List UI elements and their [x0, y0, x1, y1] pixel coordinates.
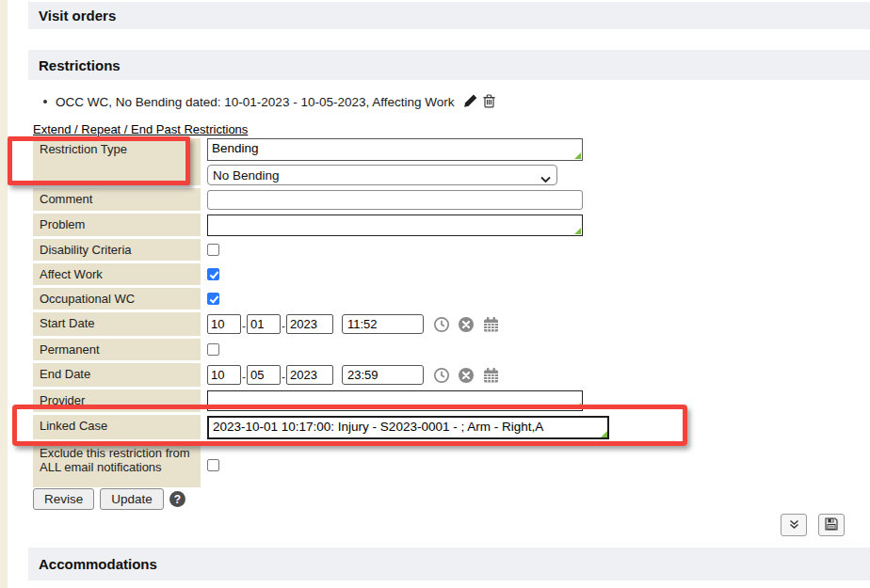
question-circle-icon[interactable]: ?	[169, 491, 185, 507]
restriction-list-item: OCC WC, No Bending dated: 10-01-2023 - 1…	[43, 92, 498, 111]
bullet-dot	[43, 100, 47, 103]
page-left-margin-strip	[0, 0, 8, 588]
date-separator: -	[242, 371, 246, 384]
section-title: Restrictions	[39, 57, 121, 73]
form-row-permanent: Permanent	[33, 339, 730, 360]
comment-input[interactable]	[207, 190, 583, 210]
trash-icon	[482, 93, 496, 111]
exclude-email-label: Exclude this restriction from ALL email …	[33, 442, 201, 487]
form-actions: Revise Update ?	[33, 488, 185, 510]
clock-icon[interactable]	[433, 367, 450, 384]
section-header-visit-orders: Visit orders	[28, 2, 870, 29]
end-time-input[interactable]	[342, 365, 424, 385]
save-section-button[interactable]	[818, 514, 845, 536]
occupational-wc-label: Occupational WC	[33, 288, 201, 310]
start-day-input[interactable]	[247, 314, 281, 334]
end-date-label: End Date	[33, 363, 201, 387]
section-header-restrictions: Restrictions	[28, 50, 870, 80]
start-date-label: Start Date	[33, 312, 201, 336]
form-row-linked-case: Linked Case 2023-10-01 10:17:00: Injury …	[33, 415, 730, 439]
form-row-disability-criteria: Disability Criteria	[33, 239, 730, 261]
permanent-label: Permanent	[33, 339, 201, 360]
form-row-problem: Problem	[33, 214, 730, 236]
restriction-type-label: Restriction Type	[33, 138, 201, 185]
clock-icon[interactable]	[433, 316, 450, 333]
permanent-checkbox[interactable]	[207, 343, 219, 356]
provider-textarea[interactable]	[207, 390, 583, 411]
double-chevron-down-icon	[788, 518, 800, 532]
pencil-icon	[463, 93, 478, 111]
disability-criteria-label: Disability Criteria	[33, 239, 201, 261]
occupational-wc-checkbox[interactable]	[207, 293, 219, 305]
floppy-disk-icon	[825, 517, 838, 533]
update-button[interactable]: Update	[100, 488, 164, 510]
calendar-icon[interactable]	[482, 316, 500, 333]
section-title: Accommodations	[39, 556, 157, 572]
exclude-email-checkbox[interactable]	[207, 459, 219, 471]
problem-textarea[interactable]	[207, 215, 583, 236]
end-year-input[interactable]	[286, 365, 333, 385]
revise-button[interactable]: Revise	[33, 488, 94, 510]
section-header-accommodations: Accommodations	[28, 548, 870, 580]
restriction-type-textarea[interactable]: Bending	[207, 138, 583, 161]
restriction-form: Restriction Type Bending No Bending Comm…	[33, 138, 730, 490]
extend-repeat-end-link[interactable]: Extend / Repeat / End Past Restrictions	[33, 122, 248, 136]
date-separator: -	[242, 320, 246, 333]
edit-restriction-button[interactable]	[463, 93, 478, 111]
linked-case-textarea[interactable]: 2023-10-01 10:17:00: Injury - S2023-0001…	[207, 416, 609, 439]
comment-label: Comment	[33, 188, 201, 211]
affect-work-checkbox[interactable]	[207, 268, 219, 280]
x-circle-icon[interactable]	[458, 367, 475, 384]
disability-criteria-checkbox[interactable]	[207, 244, 219, 256]
form-row-end-date: End Date - -	[33, 363, 730, 387]
calendar-icon[interactable]	[482, 367, 500, 384]
form-row-exclude-email: Exclude this restriction from ALL email …	[33, 442, 730, 487]
delete-restriction-button[interactable]	[482, 93, 496, 111]
date-separator: -	[282, 320, 285, 333]
section-corner-buttons	[781, 514, 845, 536]
restriction-summary-text: OCC WC, No Bending dated: 10-01-2023 - 1…	[56, 95, 454, 109]
affect-work-label: Affect Work	[33, 263, 201, 285]
form-row-occupational-wc: Occupational WC	[33, 288, 730, 310]
start-month-input[interactable]	[207, 314, 241, 334]
form-row-restriction-type: Restriction Type Bending No Bending	[33, 138, 730, 185]
end-day-input[interactable]	[247, 365, 281, 385]
start-year-input[interactable]	[286, 314, 333, 334]
collapse-section-button[interactable]	[781, 514, 807, 536]
form-row-affect-work: Affect Work	[33, 263, 730, 285]
section-title: Visit orders	[39, 8, 116, 24]
date-separator: -	[282, 371, 285, 384]
restriction-type-select[interactable]: No Bending	[207, 165, 557, 185]
form-row-provider: Provider	[33, 389, 730, 412]
problem-label: Problem	[33, 214, 201, 236]
linked-case-label: Linked Case	[33, 415, 201, 439]
x-circle-icon[interactable]	[458, 316, 475, 333]
form-row-comment: Comment	[33, 188, 730, 211]
provider-label: Provider	[33, 389, 201, 412]
end-month-input[interactable]	[207, 365, 241, 385]
start-time-input[interactable]	[342, 314, 424, 334]
form-row-start-date: Start Date - -	[33, 312, 730, 336]
